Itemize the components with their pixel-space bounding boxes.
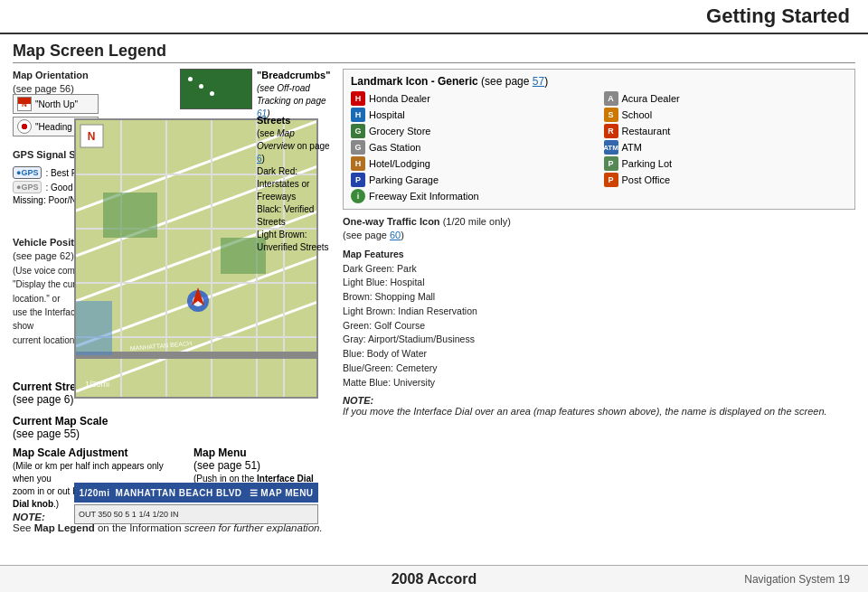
map-menu-label: Map Menu: [193, 446, 247, 459]
landmark-hospital: H Hospital: [351, 108, 595, 122]
map-orientation-sub: (see page 56): [13, 83, 74, 94]
current-street-sub: (see page 6): [13, 393, 73, 406]
breadcrumb-dot-1: [188, 77, 193, 81]
streets-label: Streets: [257, 115, 290, 126]
map-menu-button-label[interactable]: ☰ MAP MENU: [250, 488, 314, 498]
left-column: Map Orientation (see page 56) N "North U…: [13, 69, 334, 539]
parking-garage-label: Parking Garage: [369, 174, 439, 185]
landmark-icon-title: Landmark Icon - Generic (see page 57): [351, 75, 847, 88]
map-scale-adjustment-label: Map Scale Adjustment: [13, 446, 128, 459]
school-label: School: [622, 109, 653, 120]
map-feature-blue-green: Blue/Green: Cemetery: [343, 362, 437, 373]
landmark-parking-lot: P Parking Lot: [604, 156, 848, 171]
landmark-freeway: i Freeway Exit Information: [351, 189, 847, 203]
acura-dealer-label: Acura Dealer: [622, 93, 680, 104]
svg-text:1/20mi: 1/20mi: [85, 380, 109, 389]
map-feature-blue: Blue: Body of Water: [343, 348, 427, 359]
north-up-option: N "North Up": [13, 94, 99, 114]
map-features-title: Map Features: [343, 249, 404, 259]
street-label: MANHATTAN BEACH BLVD: [116, 488, 242, 498]
landmark-honda-dealer: H Honda Dealer: [351, 91, 595, 106]
map-feature-green: Green: Golf Course: [343, 320, 425, 331]
map-orientation-label: Map Orientation: [13, 70, 89, 80]
page-footer: 2008 Accord Navigation System 19: [0, 565, 868, 592]
gps-good-icon: ●GPS: [13, 181, 42, 193]
landmark-restaurant: R Restaurant: [604, 124, 848, 138]
map-feature-light-brown: Light Brown: Indian Reservation: [343, 305, 477, 316]
one-way-traffic-page: (see page 60): [343, 230, 404, 240]
hospital-label: Hospital: [369, 109, 405, 120]
landmark-gas: G Gas Station: [351, 140, 595, 155]
landmark-icon-page-ref: (see page 57): [481, 75, 548, 88]
svg-rect-18: [76, 301, 112, 355]
one-way-traffic-sub: (1/20 mile only): [443, 216, 511, 227]
bottom-note-text: See Map Legend on the Information screen…: [13, 522, 323, 533]
parking-garage-icon: P: [351, 173, 365, 187]
note-right-title: NOTE:: [343, 395, 855, 406]
freeway-label: Freeway Exit Information: [369, 191, 479, 202]
landmark-acura-dealer: A Acura Dealer: [604, 91, 848, 106]
main-content: Map Screen Legend Map Orientation (see p…: [0, 34, 868, 565]
map-street-bar: 1/20mi MANHATTAN BEACH BLVD ☰ MAP MENU: [74, 483, 318, 503]
gas-label: Gas Station: [369, 142, 420, 153]
honda-dealer-icon: H: [351, 91, 365, 106]
bottom-note-title: NOTE:: [13, 512, 45, 522]
landmark-atm: ATM ATM: [604, 140, 848, 155]
heading-compass-icon: [17, 119, 32, 134]
map-orientation-block: Map Orientation (see page 56): [13, 69, 103, 97]
map-menu-sub: (see page 51): [193, 459, 260, 472]
landmark-hotel: H Hotel/Lodging: [351, 156, 595, 171]
map-feature-matte-blue: Matte Blue: University: [343, 377, 435, 388]
current-map-scale-block: Current Map Scale (see page 55): [13, 415, 130, 440]
streets-annotation: Streets (see Map Overview on page 6) Dar…: [257, 114, 334, 253]
breadcrumbs-display: [180, 69, 252, 109]
grocery-icon: G: [351, 124, 365, 138]
landmark-icon-section: Landmark Icon - Generic (see page 57) H …: [343, 69, 855, 210]
footer-center: 2008 Accord: [392, 571, 477, 587]
post-office-icon: P: [604, 173, 618, 187]
page-title: Getting Started: [706, 5, 850, 28]
gas-icon: G: [351, 140, 365, 155]
one-way-traffic-label: One-way Traffic Icon: [343, 216, 440, 227]
landmark-grid: H Honda Dealer A Acura Dealer H Hospital…: [351, 91, 847, 203]
restaurant-label: Restaurant: [622, 126, 671, 136]
school-icon: S: [604, 108, 618, 122]
breadcrumbs-label: "Breadcrumbs": [257, 70, 330, 80]
gps-best-icon: ●GPS: [13, 166, 42, 179]
freeway-icon: i: [351, 189, 365, 203]
svg-text:N: N: [88, 130, 96, 143]
map-feature-brown: Brown: Shopping Mall: [343, 291, 435, 302]
breadcrumbs-annotation: "Breadcrumbs" (see Off-road Tracking on …: [257, 69, 329, 119]
atm-label: ATM: [622, 142, 642, 153]
map-feature-light-blue: Light Blue: Hospital: [343, 277, 424, 287]
one-way-traffic-block: One-way Traffic Icon (1/20 mile only) (s…: [343, 215, 855, 243]
restaurant-icon: R: [604, 124, 618, 138]
map-features-block: Map Features Dark Green: Park Light Blue…: [343, 248, 855, 390]
footer-right: Navigation System 19: [744, 573, 850, 586]
note-right-block: NOTE: If you move the Interface Dial ove…: [343, 395, 855, 417]
parking-lot-label: Parking Lot: [622, 158, 673, 169]
section-title: Map Screen Legend: [13, 42, 855, 63]
two-column-layout: Map Orientation (see page 56) N "North U…: [13, 69, 855, 539]
atm-icon: ATM: [604, 140, 618, 155]
hospital-icon: H: [351, 108, 365, 122]
honda-dealer-label: Honda Dealer: [369, 93, 430, 104]
svg-rect-16: [103, 193, 157, 238]
hotel-label: Hotel/Lodging: [369, 158, 430, 169]
map-feature-dark-green: Dark Green: Park: [343, 263, 417, 274]
scale-indicator: 1/20mi: [79, 488, 109, 498]
breadcrumb-dot-2: [199, 84, 203, 89]
current-map-scale-sub: (see page 55): [13, 428, 80, 440]
landmark-school: S School: [604, 108, 848, 122]
right-column: Landmark Icon - Generic (see page 57) H …: [343, 69, 855, 539]
landmark-parking-garage: P Parking Garage: [351, 173, 595, 187]
hotel-icon: H: [351, 156, 365, 171]
current-map-scale-label: Current Map Scale: [13, 415, 108, 428]
bottom-note-block: NOTE: See Map Legend on the Information …: [13, 512, 573, 533]
north-up-label: "North Up": [35, 99, 78, 109]
landmark-grocery: G Grocery Store: [351, 124, 595, 138]
page-header: Getting Started: [0, 0, 868, 34]
north-compass-icon: N: [17, 97, 32, 111]
streets-line1: (see Map Overview on page 6) Dark Red: I…: [257, 128, 330, 252]
grocery-label: Grocery Store: [369, 126, 430, 136]
